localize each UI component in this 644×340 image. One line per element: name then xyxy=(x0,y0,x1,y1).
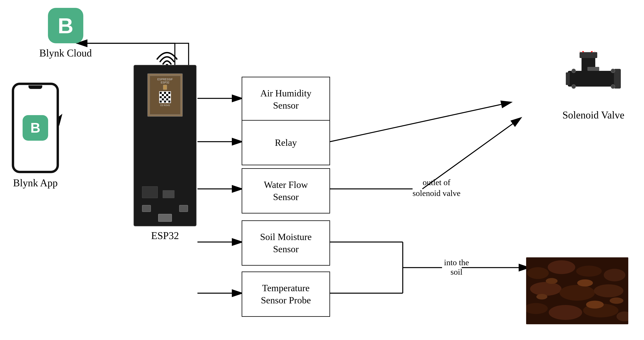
svg-point-41 xyxy=(586,301,604,308)
pin xyxy=(196,104,196,106)
pin xyxy=(196,71,196,73)
pin xyxy=(196,121,196,123)
pin xyxy=(134,143,134,145)
phone-notch xyxy=(28,85,42,89)
svg-point-27 xyxy=(548,260,575,274)
pin xyxy=(134,171,134,173)
pins-right xyxy=(196,71,196,173)
pin xyxy=(134,137,134,139)
pin xyxy=(196,148,196,150)
pin xyxy=(134,93,134,95)
soil-moisture-label: Soil MoistureSensor xyxy=(260,231,312,255)
svg-point-38 xyxy=(577,279,593,286)
esp32-module-inner: ESPRESSIFESP32 CE ROHS xyxy=(150,76,180,114)
pin xyxy=(134,88,134,90)
pin xyxy=(134,71,134,73)
svg-rect-24 xyxy=(588,67,599,71)
blynk-cloud-logo: B xyxy=(48,8,83,43)
svg-point-37 xyxy=(546,278,558,284)
pin xyxy=(196,137,196,139)
temp-sensor-box: TemperatureSensor Probe xyxy=(242,272,330,317)
svg-point-23 xyxy=(611,85,615,89)
svg-line-6 xyxy=(330,102,511,142)
pin xyxy=(196,115,196,117)
pin xyxy=(196,110,196,112)
svg-point-34 xyxy=(549,305,582,320)
esp32-module: ESPRESSIFESP32 CE ROHS xyxy=(147,73,183,117)
pin xyxy=(134,148,134,150)
esp32-label: ESP32 xyxy=(151,230,179,241)
solenoid-valve-container: Solenoid Valve xyxy=(562,51,624,121)
blynk-cloud-label: Blynk Cloud xyxy=(39,47,92,59)
air-humidity-label: Air HumiditySensor xyxy=(260,87,312,112)
pin xyxy=(134,154,134,156)
relay-box: Relay xyxy=(242,120,330,165)
esp32-board: ESPRESSIFESP32 CE ROHS xyxy=(134,65,196,226)
pin xyxy=(196,165,196,167)
air-humidity-sensor-box: Air HumiditySensor xyxy=(242,77,330,122)
svg-point-40 xyxy=(536,294,547,299)
blynk-app: B Blynk App xyxy=(12,83,59,189)
soil-moisture-sensor-box: Soil MoistureSensor xyxy=(242,220,330,266)
pins-left xyxy=(134,71,134,173)
svg-point-31 xyxy=(560,285,595,301)
svg-point-29 xyxy=(604,269,625,281)
pin xyxy=(134,165,134,167)
water-flow-label: Water FlowSensor xyxy=(264,179,308,203)
water-flow-sensor-box: Water FlowSensor xyxy=(242,168,330,214)
blynk-cloud-letter: B xyxy=(58,13,73,38)
pin xyxy=(196,93,196,95)
phone: B xyxy=(12,83,59,173)
wifi-symbol xyxy=(155,48,179,66)
solenoid-valve-svg xyxy=(566,51,621,106)
pin xyxy=(196,143,196,145)
svg-point-32 xyxy=(594,284,623,297)
phone-app-letter: B xyxy=(30,120,40,136)
svg-point-39 xyxy=(610,297,623,304)
blynk-app-label: Blynk App xyxy=(13,177,58,189)
pin xyxy=(196,159,196,161)
phone-screen: B xyxy=(14,85,56,171)
phone-app-icon: B xyxy=(22,115,48,141)
pin xyxy=(134,115,134,117)
svg-point-26 xyxy=(527,267,549,279)
esp32-chip-label: CE ROHS xyxy=(160,104,170,106)
svg-rect-18 xyxy=(566,72,570,85)
svg-rect-19 xyxy=(614,69,621,89)
pin xyxy=(134,77,134,79)
soil-svg xyxy=(526,257,628,324)
solenoid-label: Solenoid Valve xyxy=(562,109,624,121)
into-soil-label: into thesoil xyxy=(444,258,469,277)
pin xyxy=(196,126,196,128)
svg-point-20 xyxy=(572,69,576,73)
pin xyxy=(196,88,196,90)
esp32-qr xyxy=(159,91,171,103)
svg-rect-15 xyxy=(568,71,619,87)
soil-image xyxy=(526,257,628,324)
pin xyxy=(196,154,196,156)
pin xyxy=(196,77,196,79)
pin xyxy=(134,104,134,106)
pin xyxy=(134,121,134,123)
outlet-solenoid-label: outlet ofsolenoid valve xyxy=(412,177,460,199)
pin xyxy=(196,99,196,101)
pin xyxy=(196,171,196,173)
soil-container xyxy=(526,257,628,324)
pin xyxy=(134,110,134,112)
esp32-container: ESPRESSIFESP32 CE ROHS xyxy=(134,65,196,241)
pin xyxy=(134,159,134,161)
pin xyxy=(134,99,134,101)
svg-point-30 xyxy=(530,282,562,296)
blynk-cloud: B Blynk Cloud xyxy=(39,8,92,59)
pin xyxy=(134,82,134,84)
pin xyxy=(196,82,196,84)
svg-point-21 xyxy=(611,69,615,73)
svg-point-22 xyxy=(572,85,576,89)
pin xyxy=(134,132,134,134)
relay-label: Relay xyxy=(275,136,297,149)
temp-label: TemperatureSensor Probe xyxy=(261,282,311,306)
pin xyxy=(196,132,196,134)
diagram: B Blynk Cloud B Blynk App xyxy=(0,0,644,340)
svg-point-28 xyxy=(576,266,602,277)
pin xyxy=(134,126,134,128)
